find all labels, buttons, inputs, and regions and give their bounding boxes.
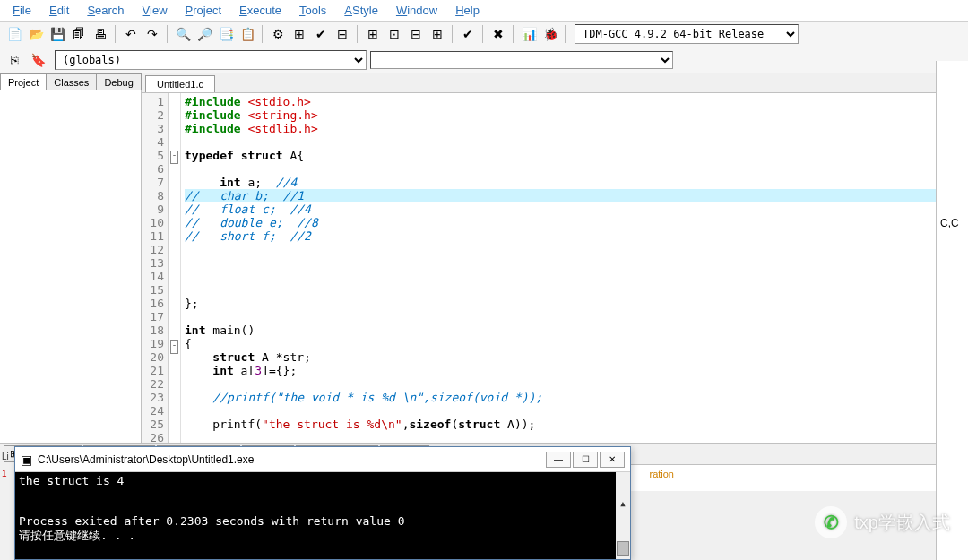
- panel-tab-debug[interactable]: Debug: [96, 73, 141, 90]
- console-title: C:\Users\Administrator\Desktop\Untitled1…: [38, 453, 254, 466]
- console-scrollbar[interactable]: ▲: [616, 472, 630, 559]
- tool-button[interactable]: 📑: [216, 24, 236, 44]
- minimize-button[interactable]: —: [546, 452, 571, 468]
- tool-button[interactable]: 🔍: [173, 24, 193, 44]
- menu-view[interactable]: View: [135, 2, 175, 19]
- tool-button[interactable]: ⊞: [428, 24, 447, 44]
- bookmark-icon[interactable]: 🔖: [28, 50, 48, 70]
- menu-help[interactable]: Help: [448, 2, 487, 19]
- code-lines[interactable]: #include <stdio.h>#include <string.h>#in…: [181, 93, 954, 443]
- toolbar-scope: ⎘ 🔖 (globals): [0, 47, 968, 73]
- tool-button[interactable]: 📂: [26, 24, 46, 44]
- menu-astyle[interactable]: AStyle: [337, 2, 385, 19]
- menu-tools[interactable]: Tools: [292, 2, 333, 19]
- menu-window[interactable]: Window: [389, 2, 445, 19]
- panel-tabs: ProjectClassesDebug: [0, 73, 141, 90]
- toolbar-main: 📄📂💾🗐🖶↶↷🔍🔎📑📋⚙⊞✔⊟⊞⊡⊟⊞✔✖📊🐞TDM-GCC 4.9.2 64-…: [0, 22, 968, 47]
- fold-column[interactable]: --: [169, 93, 181, 443]
- console-window: ▣ C:\Users\Administrator\Desktop\Untitle…: [14, 446, 631, 560]
- maximize-button[interactable]: ☐: [573, 452, 598, 468]
- tool-button[interactable]: ⊟: [406, 24, 426, 44]
- file-tabs: Untitled1.c: [142, 73, 968, 92]
- tool-button[interactable]: 📊: [519, 24, 539, 44]
- tool-button[interactable]: ⊟: [333, 24, 352, 44]
- goto-icon[interactable]: ⎘: [4, 50, 24, 70]
- menu-file[interactable]: File: [5, 2, 39, 19]
- menu-edit[interactable]: Edit: [42, 2, 76, 19]
- tool-button[interactable]: 💾: [48, 24, 67, 44]
- tool-button[interactable]: ↶: [121, 24, 141, 44]
- compiler-select[interactable]: TDM-GCC 4.9.2 64-bit Release: [575, 24, 799, 44]
- member-select[interactable]: [370, 51, 673, 69]
- tool-button[interactable]: ⊞: [290, 24, 309, 44]
- tool-button[interactable]: ✔: [311, 24, 331, 44]
- wechat-icon: ✆: [815, 506, 847, 538]
- console-output: the struct is 4 Process exited after 0.2…: [15, 472, 630, 559]
- tool-button[interactable]: ✖: [488, 24, 508, 44]
- tool-button[interactable]: ⊞: [363, 24, 383, 44]
- project-panel: ProjectClassesDebug: [0, 73, 142, 443]
- tool-button[interactable]: 📋: [238, 24, 257, 44]
- tool-button[interactable]: 🐞: [540, 24, 560, 44]
- code-editor[interactable]: 1234567891011121314151617181920212223242…: [142, 92, 968, 443]
- right-panel: C,C: [936, 61, 968, 560]
- tool-button[interactable]: ⊡: [385, 24, 404, 44]
- tool-button[interactable]: 📄: [4, 24, 24, 44]
- output-text: ration: [649, 469, 674, 479]
- tool-button[interactable]: ↷: [143, 24, 162, 44]
- file-tab-untitled[interactable]: Untitled1.c: [145, 75, 215, 92]
- scope-select[interactable]: (globals): [55, 50, 367, 70]
- left-margin: Li 1: [0, 448, 14, 482]
- main-area: ProjectClassesDebug Untitled1.c 12345678…: [0, 73, 968, 443]
- watermark: ✆ txp学嵌入式: [815, 506, 950, 538]
- menu-search[interactable]: Search: [80, 2, 131, 19]
- panel-tab-project[interactable]: Project: [0, 73, 47, 90]
- tool-button[interactable]: 🖶: [91, 24, 110, 44]
- tool-button[interactable]: 🗐: [69, 24, 89, 44]
- console-titlebar[interactable]: ▣ C:\Users\Administrator\Desktop\Untitle…: [15, 447, 630, 472]
- line-gutter: 1234567891011121314151617181920212223242…: [142, 93, 169, 443]
- close-button[interactable]: ✕: [600, 452, 625, 468]
- tool-button[interactable]: ✔: [458, 24, 478, 44]
- right-text: C,C: [940, 217, 964, 229]
- menu-project[interactable]: Project: [178, 2, 229, 19]
- menubar: FileEditSearchViewProjectExecuteToolsASt…: [0, 0, 968, 22]
- tool-button[interactable]: ⚙: [268, 24, 288, 44]
- menu-execute[interactable]: Execute: [232, 2, 289, 19]
- editor-area: Untitled1.c 1234567891011121314151617181…: [142, 73, 968, 443]
- panel-tab-classes[interactable]: Classes: [46, 73, 97, 90]
- tool-button[interactable]: 🔎: [194, 24, 214, 44]
- console-icon: ▣: [21, 452, 32, 467]
